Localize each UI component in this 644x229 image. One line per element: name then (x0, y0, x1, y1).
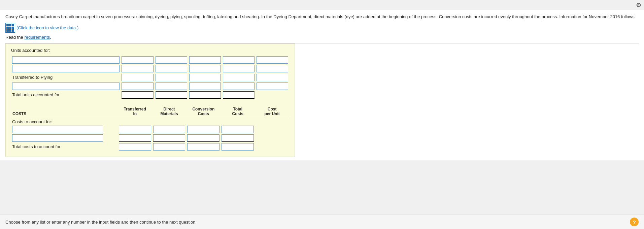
costs-row1-col3[interactable] (187, 126, 219, 133)
units-row1-col5[interactable] (257, 56, 288, 64)
gear-icon[interactable]: ⚙ (636, 1, 641, 9)
read-line: Read the requirements. (5, 35, 639, 40)
cost-per-unit-line2: per Unit (264, 111, 279, 116)
costs-row2-col1[interactable] (119, 134, 151, 142)
units-row4-col4[interactable] (223, 83, 255, 90)
total-units-col4[interactable] (223, 91, 255, 99)
costs-row2-col2[interactable] (153, 134, 185, 142)
units-row2-label-input[interactable] (12, 65, 120, 72)
costs-header-row: COSTS Transferred In Direct Materials Co… (11, 106, 289, 117)
total-costs-col4[interactable] (222, 143, 254, 151)
total-units-label: Total units accounted for (12, 92, 60, 97)
grid-cell (12, 27, 14, 29)
read-line-prefix: Read the (5, 35, 23, 40)
transferred-row-col3[interactable] (189, 74, 221, 81)
direct-materials-line1: Direct (164, 107, 175, 111)
direct-materials-line2: Materials (161, 111, 178, 116)
grid-cell (9, 24, 11, 26)
grid-cell (6, 27, 9, 29)
bottom-bar: Choose from any list or enter any number… (0, 215, 644, 229)
transferred-in-line2: In (133, 111, 137, 116)
units-row1-col3[interactable] (189, 56, 221, 64)
table-row (11, 82, 289, 91)
costs-main-label: COSTS (12, 111, 26, 116)
click-icon-row: (Click the icon to view the data.) (5, 23, 639, 33)
grid-cell (6, 29, 9, 32)
units-row1-label-input[interactable] (12, 56, 120, 64)
units-section-label: Units accounted for: (11, 48, 289, 53)
total-costs-col2[interactable] (153, 143, 185, 151)
table-row: Transferred to Plying (11, 73, 289, 82)
units-row4-col2[interactable] (156, 83, 187, 90)
transferred-row-col2[interactable] (156, 74, 187, 81)
units-row1-col1[interactable] (122, 56, 153, 64)
conversion-costs-line2: Costs (198, 111, 209, 116)
units-row4-label-input[interactable] (12, 83, 120, 90)
grid-cell (6, 24, 9, 26)
total-costs-line2: Costs (232, 111, 243, 116)
table-row: Total costs to account for (11, 142, 289, 151)
costs-to-account-label: Costs to account for: (11, 117, 289, 125)
total-costs-col1[interactable] (119, 143, 151, 151)
conversion-costs-line1: Conversion (192, 107, 214, 111)
units-row2-col5[interactable] (257, 65, 288, 72)
units-row2-col4[interactable] (223, 65, 255, 72)
table-row (11, 64, 289, 73)
units-row4-col1[interactable] (122, 83, 153, 90)
direct-materials-header: Direct Materials (152, 106, 187, 117)
table-row (11, 56, 289, 64)
units-row4-col5[interactable] (257, 83, 288, 90)
top-bar: ⚙ (0, 0, 644, 10)
help-button[interactable]: ? (630, 218, 639, 226)
table-row: Costs to account for: (11, 117, 289, 125)
units-row2-col3[interactable] (189, 65, 221, 72)
bottom-bar-text: Choose from any list or enter any number… (5, 220, 197, 225)
costs-row2-label-input[interactable] (12, 134, 103, 142)
costs-table: COSTS Transferred In Direct Materials Co… (11, 106, 289, 151)
total-costs-label: Total costs to account for (12, 144, 61, 149)
transferred-row-col1[interactable] (122, 74, 153, 81)
grid-cell (12, 24, 14, 26)
transferred-to-plying-label: Transferred to Plying (12, 75, 53, 80)
total-costs-header: Total Costs (221, 106, 255, 117)
click-icon-text[interactable]: (Click the icon to view the data.) (16, 25, 78, 30)
transferred-in-line1: Transferred (124, 107, 146, 111)
costs-row1-col2[interactable] (153, 126, 185, 133)
units-row2-col2[interactable] (156, 65, 187, 72)
total-units-col1[interactable] (122, 91, 153, 99)
cost-per-unit-line1: Cost (268, 107, 277, 111)
units-row4-col3[interactable] (189, 83, 221, 90)
transferred-row-col4[interactable] (223, 74, 255, 81)
costs-row1-col4[interactable] (222, 126, 254, 133)
total-units-col2[interactable] (156, 91, 187, 99)
total-costs-col3[interactable] (187, 143, 219, 151)
costs-row2-col3[interactable] (187, 134, 219, 142)
yellow-section: Units accounted for: T (5, 43, 295, 157)
costs-section: COSTS Transferred In Direct Materials Co… (11, 106, 289, 151)
data-icon[interactable] (5, 23, 15, 33)
total-units-col3[interactable] (189, 91, 221, 99)
description-text: Casey Carpet manufactures broadloom carp… (5, 13, 639, 20)
cost-per-unit-header: Cost per Unit (255, 106, 289, 117)
costs-row1-col1[interactable] (119, 126, 151, 133)
requirements-link[interactable]: requirements (24, 35, 50, 40)
conversion-costs-header: Conversion Costs (186, 106, 221, 117)
units-row1-col4[interactable] (223, 56, 255, 64)
costs-label-header: COSTS (11, 106, 118, 117)
units-row1-col2[interactable] (156, 56, 187, 64)
table-row: Total units accounted for (11, 91, 289, 99)
costs-row2-col4[interactable] (222, 134, 254, 142)
transferred-in-header: Transferred In (118, 106, 152, 117)
grid-cell (9, 27, 11, 29)
read-line-end: . (50, 35, 51, 40)
costs-row1-label-input[interactable] (12, 126, 103, 133)
transferred-row-col5[interactable] (257, 74, 288, 81)
units-table: Transferred to Plying Total units accoun… (11, 56, 289, 99)
table-row (11, 134, 289, 142)
table-row (11, 125, 289, 134)
main-content: Casey Carpet manufactures broadloom carp… (0, 10, 644, 160)
units-row2-col1[interactable] (122, 65, 153, 72)
grid-cell (9, 29, 11, 32)
total-costs-line1: Total (233, 107, 242, 111)
grid-cell (12, 29, 14, 32)
